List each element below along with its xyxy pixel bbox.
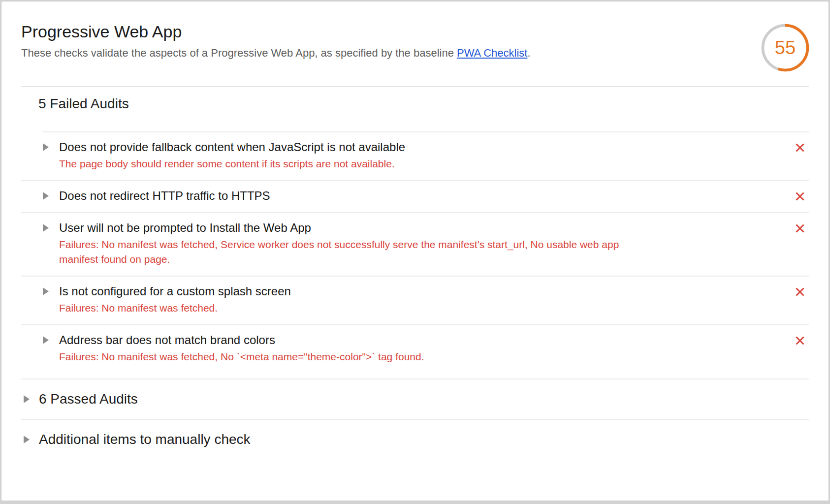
fail-x-icon <box>794 335 806 346</box>
score-value: 55 <box>761 24 809 72</box>
report-header: Progressive Web App These checks validat… <box>21 1 809 87</box>
fail-x-icon <box>794 142 806 154</box>
audit-row-address-bar-color[interactable]: Address bar does not match brand colors … <box>21 324 809 373</box>
fail-x-icon <box>794 222 806 234</box>
expand-arrow-icon <box>43 336 49 344</box>
audit-failure-text: Failures: No manifest was fetched, Servi… <box>59 237 657 267</box>
manual-checks-heading: Additional items to manually check <box>39 431 251 448</box>
fail-x-icon <box>794 190 806 202</box>
subtitle-text: These checks validate the aspects of a P… <box>21 47 457 59</box>
pwa-checklist-link[interactable]: PWA Checklist <box>457 47 527 59</box>
audit-row-http-redirect[interactable]: Does not redirect HTTP traffic to HTTPS <box>21 180 809 212</box>
passed-audits-toggle[interactable]: 6 Passed Audits <box>21 379 809 419</box>
audit-row-install-prompt[interactable]: User will not be prompted to Install the… <box>21 212 809 276</box>
audit-row-splash-screen[interactable]: Is not configured for a custom splash sc… <box>21 276 809 324</box>
fail-x-icon <box>794 286 806 298</box>
audit-title: Address bar does not match brand colors <box>59 332 788 347</box>
failed-audit-list: Does not provide fallback content when J… <box>21 132 809 373</box>
audit-failure-text: Failures: No manifest was fetched, No `<… <box>59 349 657 364</box>
audit-failure-text: The page body should render some content… <box>59 157 657 171</box>
audit-row-no-js-fallback[interactable]: Does not provide fallback content when J… <box>21 132 809 180</box>
audit-title: Does not redirect HTTP traffic to HTTPS <box>59 188 788 203</box>
expand-arrow-icon <box>43 224 49 232</box>
passed-audits-heading: 6 Passed Audits <box>39 391 138 408</box>
expand-arrow-icon <box>24 436 30 443</box>
expand-arrow-icon <box>24 395 30 403</box>
audit-title: User will not be prompted to Install the… <box>59 220 788 235</box>
page-title: Progressive Web App <box>21 22 809 41</box>
expand-arrow-icon <box>43 192 49 200</box>
audit-title: Is not configured for a custom splash sc… <box>59 284 788 299</box>
subtitle-period: . <box>527 47 530 59</box>
audit-title: Does not provide fallback content when J… <box>59 139 788 155</box>
manual-checks-toggle[interactable]: Additional items to manually check <box>21 420 809 459</box>
pwa-report-card: Progressive Web App These checks validat… <box>1 1 829 501</box>
report-subtitle: These checks validate the aspects of a P… <box>21 46 809 61</box>
audit-failure-text: Failures: No manifest was fetched. <box>59 301 657 315</box>
expand-arrow-icon <box>43 143 49 151</box>
expand-arrow-icon <box>43 287 49 295</box>
score-gauge: 55 <box>761 24 809 72</box>
failed-audits-heading: 5 Failed Audits <box>38 95 809 112</box>
